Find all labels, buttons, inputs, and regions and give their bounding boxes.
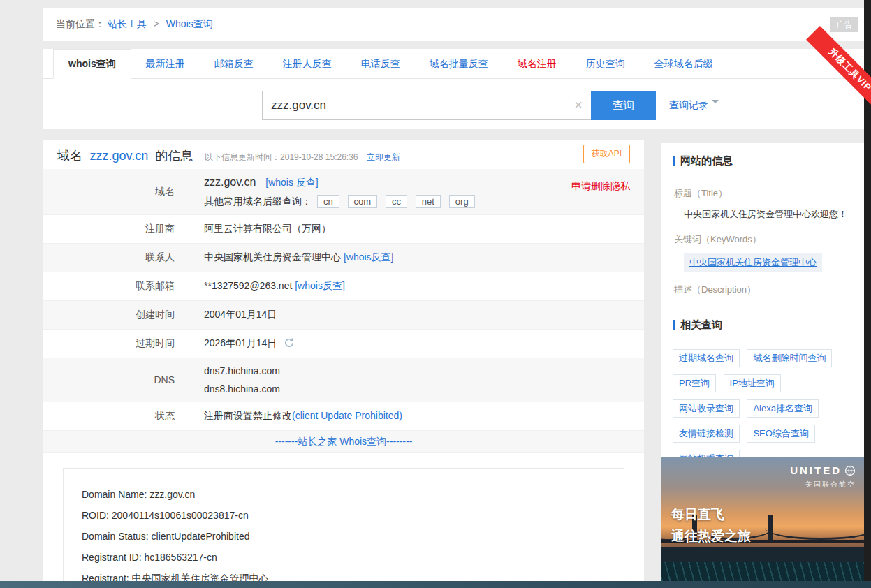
table-row-email: 联系邮箱 **1327592@263.net [whois反查] bbox=[43, 272, 644, 301]
related-link-seo[interactable]: SEO综合查询 bbox=[747, 425, 814, 443]
whois-reverse-link[interactable]: [whois 反查] bbox=[265, 177, 318, 188]
suffix-net[interactable]: net bbox=[416, 195, 441, 208]
row-value: 阿里云计算有限公司（万网） bbox=[190, 223, 644, 235]
raw-whois-line: Registrant ID: hc186563217-cn bbox=[82, 547, 606, 568]
ad-label: 广告 bbox=[830, 17, 858, 32]
status-detail-link[interactable]: (client Update Prohibited) bbox=[292, 410, 402, 421]
breadcrumb-link-tools[interactable]: 站长工具 bbox=[108, 18, 147, 29]
tab-latest-registered[interactable]: 最新注册 bbox=[131, 49, 200, 78]
row-value: 中央国家机关住房资金管理中心 [whois反查] bbox=[190, 251, 644, 264]
site-description-label: 描述（Description） bbox=[674, 284, 853, 296]
site-keyword-tag[interactable]: 中央国家机关住房资金管理中心 bbox=[684, 253, 822, 272]
query-button[interactable]: 查询 bbox=[591, 91, 656, 120]
related-link-ip[interactable]: IP地址查询 bbox=[724, 374, 781, 392]
tab-phone-reverse[interactable]: 电话反查 bbox=[346, 49, 415, 78]
globe-icon bbox=[844, 465, 856, 476]
suffix-cc[interactable]: cc bbox=[386, 195, 407, 208]
tab-whois-query[interactable]: whois查询 bbox=[53, 49, 131, 79]
ad-brand-cn: 美国联合航空 bbox=[805, 480, 856, 490]
related-link-friend-links[interactable]: 友情链接检测 bbox=[673, 425, 740, 443]
row-label: 创建时间 bbox=[43, 309, 190, 321]
raw-whois-line: Domain Status: clientUpdateProhibited bbox=[82, 526, 606, 547]
row-label: 状态 bbox=[43, 410, 190, 422]
related-query-title-text: 相关查询 bbox=[680, 318, 722, 330]
window-edge-bottom bbox=[0, 581, 871, 588]
query-history-label: 查询记录 bbox=[669, 99, 708, 110]
result-title-domain[interactable]: zzz.gov.cn bbox=[89, 149, 148, 163]
row-value: 2026年01月14日 bbox=[190, 337, 644, 350]
ad-brand-logo: UNITED bbox=[790, 464, 856, 476]
site-title-value: 中央国家机关住房资金管理中心欢迎您！ bbox=[684, 207, 853, 221]
ad-bridge-tower bbox=[768, 515, 773, 543]
row-label: 过期时间 bbox=[43, 337, 190, 350]
related-query-title: 相关查询 bbox=[673, 318, 853, 339]
domain-value: zzz.gov.cn bbox=[204, 176, 256, 188]
site-info-title: 网站的信息 bbox=[673, 154, 853, 175]
update-now-link[interactable]: 立即更新 bbox=[367, 152, 400, 162]
privacy-removal-link[interactable]: 申请删除隐私 bbox=[571, 180, 630, 193]
row-label: 联系人 bbox=[43, 251, 190, 264]
table-row-contact: 联系人 中央国家机关住房资金管理中心 [whois反查] bbox=[43, 244, 644, 272]
tab-domain-register[interactable]: 域名注册 bbox=[503, 49, 571, 78]
dns-server-2: dns8.hichina.com bbox=[204, 380, 630, 398]
row-label: 域名 bbox=[43, 186, 190, 198]
raw-whois-line: Domain Name: zzz.gov.cn bbox=[82, 484, 606, 505]
table-row-domain: 域名 zzz.gov.cn [whois 反查] 其他常用域名后缀查询： cn … bbox=[43, 169, 644, 215]
chinaz-whois-link[interactable]: -------站长之家 Whois查询-------- bbox=[275, 436, 413, 447]
related-link-expired-domain[interactable]: 过期域名查询 bbox=[673, 349, 740, 367]
ad-slogan: 每日直飞 通往热爱之旅 bbox=[671, 504, 751, 547]
ad-slogan-line1: 每日直飞 bbox=[671, 504, 751, 525]
tool-tabs: whois查询 最新注册 邮箱反查 注册人反查 电话反查 域名批量反查 域名注册… bbox=[43, 49, 864, 79]
related-link-pr[interactable]: PR查询 bbox=[673, 374, 716, 392]
table-row-registrar: 注册商 阿里云计算有限公司（万网） bbox=[43, 215, 644, 244]
related-link-alexa[interactable]: Alexa排名查询 bbox=[747, 399, 819, 418]
refresh-icon[interactable] bbox=[284, 337, 295, 348]
result-title-prefix: 域名 bbox=[57, 149, 82, 163]
contact-value: 中央国家机关住房资金管理中心 bbox=[204, 251, 341, 263]
search-box: × bbox=[262, 91, 592, 120]
suffix-cn[interactable]: cn bbox=[317, 195, 339, 208]
row-label: DNS bbox=[43, 374, 190, 385]
accent-bar bbox=[673, 320, 675, 330]
tab-registrant-reverse[interactable]: 注册人反查 bbox=[268, 49, 346, 78]
row-value: dns7.hichina.com dns8.hichina.com bbox=[190, 362, 644, 398]
site-title-label: 标题（Title） bbox=[674, 187, 853, 200]
search-input[interactable] bbox=[263, 91, 591, 119]
related-link-indexing[interactable]: 网站收录查询 bbox=[673, 399, 740, 418]
ad-brand-text: UNITED bbox=[790, 464, 842, 476]
table-row-expires: 过期时间 2026年01月14日 bbox=[43, 330, 644, 358]
whois-result-panel: 域名 zzz.gov.cn 的信息 以下信息更新时间：2019-10-28 15… bbox=[43, 140, 644, 588]
update-time-text: 以下信息更新时间：2019-10-28 15:26:36 bbox=[205, 152, 358, 162]
breadcrumb-link-whois[interactable]: Whois查询 bbox=[166, 18, 213, 29]
table-row-status: 状态 注册商设置禁止修改(client Update Prohibited) bbox=[43, 402, 644, 431]
contact-whois-reverse-link[interactable]: [whois反查] bbox=[344, 251, 394, 263]
get-api-button[interactable]: 获取API bbox=[583, 145, 630, 163]
suffix-org[interactable]: org bbox=[449, 195, 475, 208]
query-history-link[interactable]: 查询记录 bbox=[669, 99, 719, 112]
result-header: 域名 zzz.gov.cn 的信息 以下信息更新时间：2019-10-28 15… bbox=[43, 140, 644, 169]
row-label: 联系邮箱 bbox=[43, 280, 190, 293]
tab-batch-reverse[interactable]: 域名批量反查 bbox=[415, 49, 503, 78]
site-info-title-text: 网站的信息 bbox=[680, 154, 733, 166]
breadcrumb-prefix: 当前位置： bbox=[56, 18, 105, 29]
email-whois-reverse-link[interactable]: [whois反查] bbox=[295, 280, 345, 291]
status-value: 注册商设置禁止修改 bbox=[204, 410, 292, 421]
clear-icon[interactable]: × bbox=[574, 97, 583, 113]
result-title-suffix: 的信息 bbox=[156, 149, 193, 163]
ad-bottom-pattern bbox=[661, 562, 864, 581]
expires-value: 2026年01月14日 bbox=[204, 337, 277, 348]
tab-history-query[interactable]: 历史查询 bbox=[571, 49, 640, 78]
breadcrumb: 当前位置： 站长工具 > Whois查询 广告 bbox=[43, 8, 864, 41]
tool-block: whois查询 最新注册 邮箱反查 注册人反查 电话反查 域名批量反查 域名注册… bbox=[43, 49, 864, 129]
suffix-com[interactable]: com bbox=[348, 195, 378, 208]
suffix-label: 其他常用域名后缀查询： bbox=[204, 196, 312, 207]
tab-global-suffix[interactable]: 全球域名后缀 bbox=[640, 49, 728, 78]
related-links: 过期域名查询 域名删除时间查询 PR查询 IP地址查询 网站收录查询 Alexa… bbox=[673, 349, 853, 475]
ad-city-silhouette bbox=[661, 547, 864, 564]
related-link-delete-time[interactable]: 域名删除时间查询 bbox=[747, 349, 832, 367]
breadcrumb-separator: > bbox=[154, 18, 159, 29]
tab-email-reverse[interactable]: 邮箱反查 bbox=[200, 49, 268, 78]
raw-whois-box: Domain Name: zzz.gov.cn ROID: 20040114s1… bbox=[63, 468, 624, 588]
ad-banner[interactable]: UNITED 美国联合航空 每日直飞 通往热爱之旅 bbox=[661, 457, 864, 581]
accent-bar bbox=[673, 156, 675, 166]
